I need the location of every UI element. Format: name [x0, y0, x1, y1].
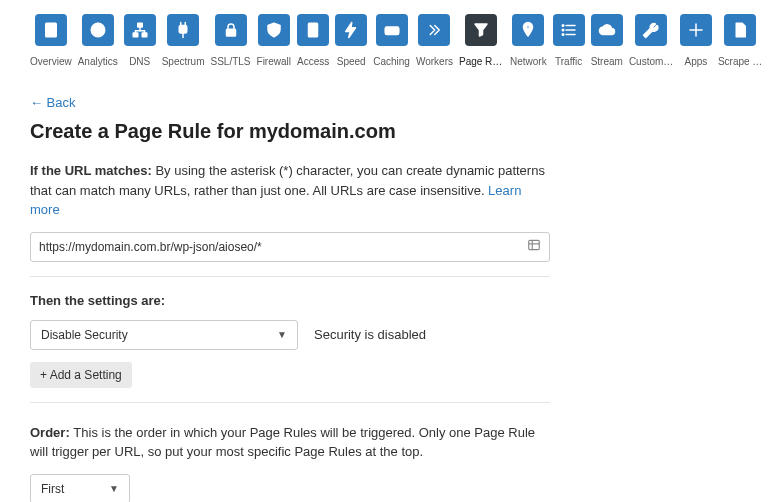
funnel-icon — [465, 14, 497, 46]
setting-status-text: Security is disabled — [314, 327, 426, 342]
wrench-icon — [635, 14, 667, 46]
nav-label: Stream — [591, 56, 623, 67]
nav-item-custom-p-[interactable]: Custom P… — [629, 14, 674, 67]
drive-icon — [376, 14, 408, 46]
nav-item-traffic[interactable]: Traffic — [553, 14, 585, 67]
url-match-section: If the URL matches: By using the asteris… — [30, 161, 550, 220]
shield-icon — [258, 14, 290, 46]
chevrons-icon — [418, 14, 450, 46]
nav-item-apps[interactable]: Apps — [680, 14, 712, 67]
nav-item-dns[interactable]: DNS — [124, 14, 156, 67]
svg-point-18 — [314, 29, 316, 31]
input-suffix-icon — [527, 238, 541, 255]
file-icon — [724, 14, 756, 46]
divider — [30, 402, 550, 403]
nav-label: Page Rules — [459, 56, 504, 67]
nav-item-workers[interactable]: Workers — [416, 14, 453, 67]
url-input-wrapper[interactable] — [30, 232, 550, 262]
nav-item-caching[interactable]: Caching — [373, 14, 410, 67]
nav-label: Custom P… — [629, 56, 674, 67]
order-select-value: First — [41, 482, 64, 496]
nav-item-overview[interactable]: Overview — [30, 14, 72, 67]
setting-select[interactable]: Disable Security ▼ — [30, 320, 298, 350]
svg-rect-33 — [529, 240, 540, 249]
nav-label: Access — [297, 56, 329, 67]
order-body: This is the order in which your Page Rul… — [30, 425, 535, 460]
nav-item-page-rules[interactable]: Page Rules — [459, 14, 504, 67]
nav-label: Traffic — [555, 56, 582, 67]
settings-heading: Then the settings are: — [30, 293, 738, 308]
nav-item-stream[interactable]: Stream — [591, 14, 623, 67]
svg-point-22 — [527, 26, 530, 29]
svg-rect-12 — [179, 26, 187, 34]
order-lead: Order: — [30, 425, 73, 440]
nav-label: Scrape S… — [718, 56, 763, 67]
pin-icon — [512, 14, 544, 46]
svg-point-26 — [562, 25, 564, 27]
nav-item-firewall[interactable]: Firewall — [257, 14, 291, 67]
svg-point-28 — [562, 34, 564, 36]
nav-item-spectrum[interactable]: Spectrum — [162, 14, 205, 67]
nav-label: Firewall — [257, 56, 291, 67]
order-select[interactable]: First ▼ — [30, 474, 130, 503]
plug-icon — [167, 14, 199, 46]
chevron-down-icon: ▼ — [277, 329, 287, 340]
svg-rect-16 — [226, 29, 235, 36]
url-input[interactable] — [39, 240, 527, 254]
order-section: Order: This is the order in which your P… — [30, 423, 550, 462]
nav-item-scrape-s-[interactable]: Scrape S… — [718, 14, 763, 67]
nav-item-network[interactable]: Network — [510, 14, 547, 67]
nav-label: DNS — [129, 56, 150, 67]
cloud-icon — [591, 14, 623, 46]
nav-label: Workers — [416, 56, 453, 67]
sitemap-icon — [124, 14, 156, 46]
nav-label: SSL/TLS — [211, 56, 251, 67]
nav-item-ssl-tls[interactable]: SSL/TLS — [211, 14, 251, 67]
nav-label: Apps — [684, 56, 707, 67]
nav-item-speed[interactable]: Speed — [335, 14, 367, 67]
setting-select-value: Disable Security — [41, 328, 128, 342]
bolt-icon — [335, 14, 367, 46]
nav-label: Caching — [373, 56, 410, 67]
nav-item-analytics[interactable]: Analytics — [78, 14, 118, 67]
list-icon — [553, 14, 585, 46]
nav-label: Speed — [337, 56, 366, 67]
pie-icon — [82, 14, 114, 46]
add-setting-button[interactable]: + Add a Setting — [30, 362, 132, 388]
nav-label: Overview — [30, 56, 72, 67]
chevron-down-icon: ▼ — [109, 483, 119, 494]
lock-icon — [215, 14, 247, 46]
nav-label: Spectrum — [162, 56, 205, 67]
doc-icon — [35, 14, 67, 46]
nav-label: Network — [510, 56, 547, 67]
svg-point-27 — [562, 29, 564, 31]
nav-label: Analytics — [78, 56, 118, 67]
top-nav: OverviewAnalyticsDNSSpectrumSSL/TLSFirew… — [30, 14, 738, 67]
divider — [30, 276, 550, 277]
door-icon — [297, 14, 329, 46]
url-match-lead: If the URL matches: — [30, 163, 155, 178]
nav-item-access[interactable]: Access — [297, 14, 329, 67]
back-link[interactable]: ← Back — [30, 95, 76, 110]
page-title: Create a Page Rule for mydomain.com — [30, 120, 738, 143]
plus-icon — [680, 14, 712, 46]
